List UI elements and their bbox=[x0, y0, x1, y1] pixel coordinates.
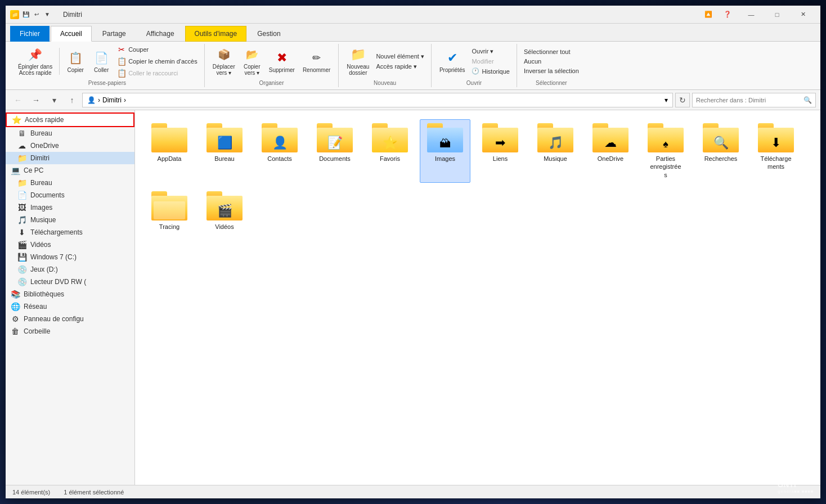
search-input[interactable] bbox=[696, 97, 801, 104]
list-item[interactable]: 👤 Contacts bbox=[254, 119, 305, 183]
acces-rapide-button[interactable]: Accès rapide ▾ bbox=[374, 62, 427, 71]
aucun-button[interactable]: Aucun bbox=[522, 57, 581, 66]
folder-telechargements-icon: ⬇ bbox=[758, 123, 794, 152]
sidebar-item-bureau[interactable]: 🖥 Bureau bbox=[6, 127, 134, 140]
list-item[interactable]: 🎵 Musique bbox=[530, 119, 581, 183]
sidebar-item-dvd[interactable]: 💿 Lecteur DVD RW ( bbox=[6, 276, 134, 288]
minimize-button[interactable]: — bbox=[738, 6, 764, 24]
sidebar-item-panneau[interactable]: ⚙ Panneau de configu bbox=[6, 313, 134, 325]
library-icon: 📚 bbox=[10, 290, 20, 299]
address-dropdown-btn[interactable]: ▾ bbox=[665, 96, 668, 104]
sidebar-item-reseau[interactable]: 🌐 Réseau bbox=[6, 300, 134, 313]
selectionner-column: Sélectionner tout Aucun Inverser la séle… bbox=[522, 47, 581, 75]
cloud-icon: ☁ bbox=[17, 141, 27, 150]
ouvrir-button[interactable]: Ouvrir ▾ bbox=[469, 47, 512, 56]
sidebar-item-images[interactable]: 🖼 Images bbox=[6, 201, 134, 214]
file-appdata-label: AppData bbox=[158, 155, 182, 163]
folder-tracing-icon bbox=[151, 191, 187, 220]
list-item[interactable]: Tracing bbox=[144, 187, 195, 235]
folder-images-icon: 🏔 bbox=[427, 123, 463, 152]
sidebar-item-documents[interactable]: 📄 Documents bbox=[6, 189, 134, 201]
back-button[interactable]: ← bbox=[10, 92, 26, 108]
sidebar-item-telechargements[interactable]: ⬇ Téléchargements bbox=[6, 226, 134, 238]
deplacer-button[interactable]: 📦 Déplacervers ▾ bbox=[209, 44, 239, 78]
qat-dropdown[interactable]: ▼ bbox=[43, 10, 52, 19]
network-icon: 🌐 bbox=[10, 302, 20, 311]
list-item[interactable]: 🟦 Bureau bbox=[199, 119, 250, 183]
folder-bureau-icon: 🟦 bbox=[206, 123, 243, 152]
list-item[interactable]: 🎬 Vidéos bbox=[199, 187, 250, 235]
sidebar-item-videos[interactable]: 🎬 Vidéos bbox=[6, 238, 134, 251]
forward-button[interactable]: → bbox=[28, 92, 44, 108]
historique-label: Historique bbox=[482, 68, 510, 75]
nav-dropdown[interactable]: ▾ bbox=[46, 92, 62, 108]
address-bar[interactable]: 👤 › Dimitri › ▾ bbox=[82, 93, 673, 107]
up-button[interactable]: ↑ bbox=[64, 92, 80, 108]
refresh-button[interactable]: ↻ bbox=[675, 93, 690, 107]
sidebar-item-dimitri[interactable]: 📁 Dimitri bbox=[6, 152, 134, 164]
search-bar[interactable]: 🔍 bbox=[692, 93, 816, 107]
tab-accueil[interactable]: Accueil bbox=[51, 26, 92, 42]
sidebar-item-onedrive[interactable]: ☁ OneDrive bbox=[6, 140, 134, 152]
sidebar-label-jeux: Jeux (D:) bbox=[30, 266, 58, 273]
close-button[interactable]: ✕ bbox=[790, 6, 816, 24]
list-item[interactable]: ➡ Liens bbox=[475, 119, 526, 183]
sidebar-label-documents: Documents bbox=[30, 191, 65, 199]
couper-button[interactable]: ✂ Couper bbox=[115, 44, 200, 55]
coller-raccourci-button[interactable]: 📋 Coller le raccourci bbox=[115, 68, 200, 79]
sidebar-item-bibliotheques[interactable]: 📚 Bibliothèques bbox=[6, 288, 134, 300]
nouvel-element-button[interactable]: Nouvel élément ▾ bbox=[374, 52, 427, 61]
qat-save[interactable]: 💾 bbox=[21, 10, 30, 19]
help-btn[interactable]: ❓ bbox=[724, 11, 731, 18]
supprimer-button[interactable]: ✖ Supprimer bbox=[266, 48, 298, 75]
inverser-button[interactable]: Inverser la sélection bbox=[522, 66, 581, 75]
copier-chemin-button[interactable]: 📋 Copier le chemin d'accès bbox=[115, 56, 200, 67]
list-item[interactable]: AppData bbox=[144, 119, 195, 183]
file-videos-label: Vidéos bbox=[215, 223, 234, 231]
control-panel-icon: ⚙ bbox=[10, 314, 20, 323]
proprietes-button[interactable]: ✔ Propriétés bbox=[436, 48, 469, 75]
selectionner-tout-button[interactable]: Sélectionner tout bbox=[522, 47, 581, 56]
sidebar-item-musique[interactable]: 🎵 Musique bbox=[6, 214, 134, 226]
tab-affichage[interactable]: Affichage bbox=[137, 26, 184, 42]
quick-access-toolbar: 💾 ↩ ▼ bbox=[21, 10, 52, 19]
ribbon-content: 📌 Épingler dansAccès rapide 📋 Copier 📄 C… bbox=[6, 42, 820, 89]
historique-button[interactable]: 🕐 Historique bbox=[469, 66, 512, 76]
epingler-button[interactable]: 📌 Épingler dansAccès rapide bbox=[15, 44, 56, 78]
sidebar-item-corbeille[interactable]: 🗑 Corbeille bbox=[6, 325, 134, 338]
copier-vers-button[interactable]: 📂 Copiervers ▾ bbox=[240, 44, 264, 78]
maximize-button[interactable]: □ bbox=[764, 6, 790, 24]
list-item[interactable]: ♠ Partiesenregistrées bbox=[640, 119, 691, 183]
search-icon: 🔍 bbox=[803, 96, 812, 104]
ribbon-minimize-btn[interactable]: 🔼 bbox=[704, 11, 712, 18]
list-item[interactable]: 🏔 Images bbox=[420, 119, 470, 183]
renommer-button[interactable]: ✏ Renommer bbox=[299, 48, 334, 75]
sidebar-item-bureau2[interactable]: 📁 Bureau bbox=[6, 177, 134, 189]
nouveau-dossier-button[interactable]: 📁 Nouveaudossier bbox=[343, 44, 372, 78]
list-item[interactable]: ⭐ Favoris bbox=[365, 119, 415, 183]
list-item[interactable]: 📝 Documents bbox=[309, 119, 360, 183]
group-presse-papiers-content: 📌 Épingler dansAccès rapide 📋 Copier 📄 C… bbox=[15, 44, 200, 79]
qat-undo[interactable]: ↩ bbox=[32, 10, 41, 19]
copier-button[interactable]: 📋 Copier bbox=[63, 48, 88, 75]
tab-gestion[interactable]: Gestion bbox=[248, 26, 290, 42]
sidebar-item-acces-rapide[interactable]: ⭐ Accès rapide bbox=[6, 112, 134, 127]
tab-partage[interactable]: Partage bbox=[93, 26, 136, 42]
tab-fichier[interactable]: Fichier bbox=[10, 26, 50, 42]
sidebar-item-ce-pc[interactable]: 💻 Ce PC bbox=[6, 164, 134, 177]
sidebar-item-windows[interactable]: 💾 Windows 7 (C:) bbox=[6, 251, 134, 263]
watermark-line1: GNTI bbox=[778, 480, 814, 489]
sidebar-item-jeux[interactable]: 💿 Jeux (D:) bbox=[6, 263, 134, 276]
ouvrir-label: Ouvrir ▾ bbox=[472, 48, 493, 55]
folder-onedrive-icon: ☁ bbox=[592, 123, 629, 152]
tab-outils[interactable]: Outils d'image bbox=[185, 26, 247, 42]
drive-d-icon: 💿 bbox=[17, 265, 27, 274]
list-item[interactable]: 🔍 Recherches bbox=[695, 119, 746, 183]
modifier-button[interactable]: Modifier bbox=[469, 57, 512, 66]
list-item[interactable]: ☁ OneDrive bbox=[585, 119, 636, 183]
paste-icon: 📄 bbox=[93, 50, 109, 66]
list-item[interactable]: ⬇ Téléchargements bbox=[751, 119, 801, 183]
file-telechargements-label: Téléchargements bbox=[760, 155, 791, 171]
folder-documents-icon: 📝 bbox=[317, 123, 353, 152]
coller-button[interactable]: 📄 Coller bbox=[89, 48, 114, 75]
